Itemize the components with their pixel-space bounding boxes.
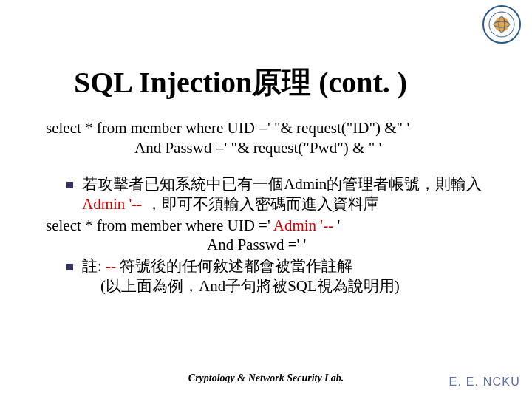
footer-department: E. E. NCKU [449, 375, 520, 389]
slide-title: SQL Injection原理 (cont. ) [74, 62, 407, 103]
bullet-1-pre: 若攻擊者已知系統中已有一個Admin的管理者帳號，則輸入 [82, 175, 482, 193]
sql-example2-line1: select * from member where UID =' Admin … [46, 216, 502, 236]
bullet-square-icon [66, 182, 73, 188]
bullet-1-post: ，即可不須輸入密碼而進入資料庫 [142, 195, 378, 213]
sql-example2-line1-post: ' [337, 216, 340, 234]
bullet-2-highlight: -- [106, 257, 116, 275]
sql-example2: select * from member where UID =' Admin … [46, 216, 502, 256]
sql-example1-line1: select * from member where UID =' "& req… [46, 118, 502, 138]
bullet-1: 若攻擊者已知系統中已有一個Admin的管理者帳號，則輸入Admin '-- ，即… [46, 174, 502, 214]
sql-example2-line2: And Passwd =' ' [46, 235, 502, 255]
slide: SQL Injection原理 (cont. ) select * from m… [0, 0, 532, 399]
bullet-2-subline: (以上面為例，And子句將被SQL視為說明用) [66, 276, 502, 296]
slide-body: select * from member where UID =' "& req… [46, 118, 502, 296]
bullet-1-highlight: Admin '-- [82, 195, 142, 213]
bullet-1-text: 若攻擊者已知系統中已有一個Admin的管理者帳號，則輸入Admin '-- ，即… [82, 174, 502, 214]
bullet-2-post: 符號後的任何敘述都會被當作註解 [116, 257, 352, 275]
sql-example2-line1-highlight: Admin '-- [270, 216, 338, 234]
sql-example1-line2: And Passwd =' "& request("Pwd") & " ' [46, 138, 502, 158]
bullet-2: 註: -- 符號後的任何敘述都會被當作註解 (以上面為例，And子句將被SQL視… [46, 256, 502, 296]
department-seal-icon [482, 4, 522, 44]
bullet-2-text: 註: -- 符號後的任何敘述都會被當作註解 [82, 256, 502, 276]
svg-point-2 [494, 17, 509, 32]
bullet-2-pre: 註: [82, 257, 106, 275]
sql-example2-line1-pre: select * from member where UID =' [46, 216, 270, 234]
bullet-square-icon [66, 264, 73, 270]
